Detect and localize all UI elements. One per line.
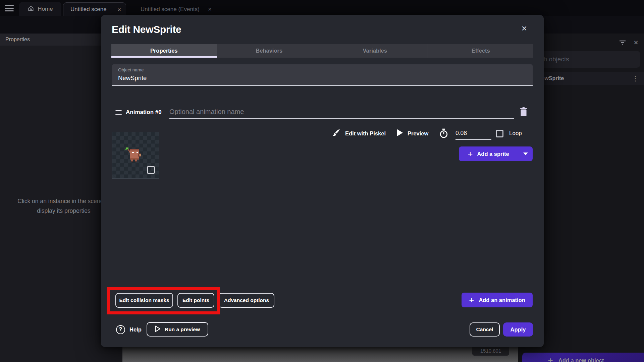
tab-scene-label: Untitled scene bbox=[70, 6, 107, 13]
animation-row: Animation #0 bbox=[112, 105, 533, 120]
dialog-title: Edit NewSprite bbox=[112, 24, 181, 35]
brush-icon bbox=[332, 128, 341, 139]
animation-tools-row: Edit with Piskel Preview Loop bbox=[101, 126, 544, 141]
main-menu-button[interactable] bbox=[5, 5, 14, 11]
apply-button[interactable]: Apply bbox=[503, 322, 533, 337]
close-panel-icon[interactable]: × bbox=[632, 38, 640, 47]
drag-handle-icon[interactable] bbox=[115, 110, 122, 115]
loop-label: Loop bbox=[509, 126, 522, 141]
preview-button[interactable]: Preview bbox=[397, 126, 428, 141]
frame-select-checkbox[interactable] bbox=[147, 166, 155, 174]
tab-effects[interactable]: Effects bbox=[428, 44, 534, 58]
filter-icon[interactable] bbox=[618, 38, 627, 47]
delete-animation-icon[interactable] bbox=[519, 107, 528, 118]
animation-label: Animation #0 bbox=[126, 109, 162, 116]
run-preview-button[interactable]: Run a preview bbox=[147, 322, 208, 337]
object-item-menu-icon[interactable]: ⋮ bbox=[632, 74, 639, 82]
close-tab-icon[interactable]: × bbox=[208, 6, 212, 12]
object-name-input[interactable] bbox=[118, 74, 527, 82]
cancel-button[interactable]: Cancel bbox=[470, 322, 500, 337]
tab-untitled-scene-events[interactable]: Untitled scene (Events) × bbox=[132, 2, 216, 16]
tab-untitled-scene[interactable]: Untitled scene × bbox=[63, 2, 126, 16]
add-new-object-label: Add a new object bbox=[558, 357, 604, 362]
add-animation-label: Add an animation bbox=[479, 297, 525, 303]
add-sprite-dropdown-button[interactable] bbox=[518, 146, 533, 161]
plus-icon: + bbox=[469, 296, 474, 304]
animation-name-input[interactable] bbox=[169, 105, 514, 119]
scene-canvas[interactable] bbox=[122, 347, 518, 362]
add-sprite-button[interactable]: + Add a sprite bbox=[459, 146, 518, 161]
help-icon: ? bbox=[116, 325, 125, 334]
tab-home-label: Home bbox=[38, 6, 53, 12]
tab-properties[interactable]: Properties bbox=[111, 44, 217, 58]
advanced-options-button[interactable]: Advanced options bbox=[219, 293, 274, 308]
add-sprite-label: Add a sprite bbox=[477, 151, 509, 157]
add-animation-button[interactable]: + Add an animation bbox=[462, 293, 533, 307]
play-icon bbox=[397, 129, 403, 138]
top-tab-bar: Home Untitled scene × Untitled scene (Ev… bbox=[0, 0, 644, 16]
add-new-object-button[interactable]: + Add a new object bbox=[522, 353, 644, 362]
object-name-field[interactable]: Object name bbox=[112, 64, 533, 86]
object-name-label: Object name bbox=[118, 67, 527, 72]
add-sprite-split-button: + Add a sprite bbox=[459, 146, 533, 161]
help-button[interactable]: ? Help bbox=[116, 322, 142, 337]
edit-with-piskel-button[interactable]: Edit with Piskel bbox=[332, 126, 386, 141]
tab-variables[interactable]: Variables bbox=[322, 44, 428, 58]
close-tab-icon[interactable]: × bbox=[117, 6, 121, 13]
home-icon bbox=[28, 5, 34, 13]
play-outline-icon bbox=[155, 325, 161, 334]
frame-duration-input[interactable] bbox=[455, 127, 491, 140]
plus-icon: + bbox=[468, 149, 473, 158]
timer-icon bbox=[439, 126, 448, 141]
dialog-tabs: Properties Behaviors Variables Effects bbox=[111, 44, 533, 58]
checkbox-icon bbox=[496, 130, 503, 137]
loop-checkbox[interactable] bbox=[496, 126, 503, 141]
tab-behaviors[interactable]: Behaviors bbox=[217, 44, 322, 58]
dialog-close-icon[interactable]: × bbox=[518, 22, 530, 35]
piglet-sprite-image bbox=[124, 146, 144, 164]
annotation-highlight-rectangle bbox=[107, 287, 220, 314]
app-screen: Home Untitled scene × Untitled scene (Ev… bbox=[0, 0, 644, 362]
cursor-coordinates-badge: 1510,801 bbox=[472, 346, 509, 356]
properties-panel-title: Properties bbox=[5, 37, 30, 43]
chevron-down-icon bbox=[523, 153, 528, 155]
sprite-frame-thumbnail[interactable] bbox=[112, 132, 159, 179]
tab-home[interactable]: Home bbox=[19, 2, 61, 16]
plus-icon: + bbox=[548, 355, 553, 362]
tab-events-label: Untitled scene (Events) bbox=[141, 6, 200, 13]
